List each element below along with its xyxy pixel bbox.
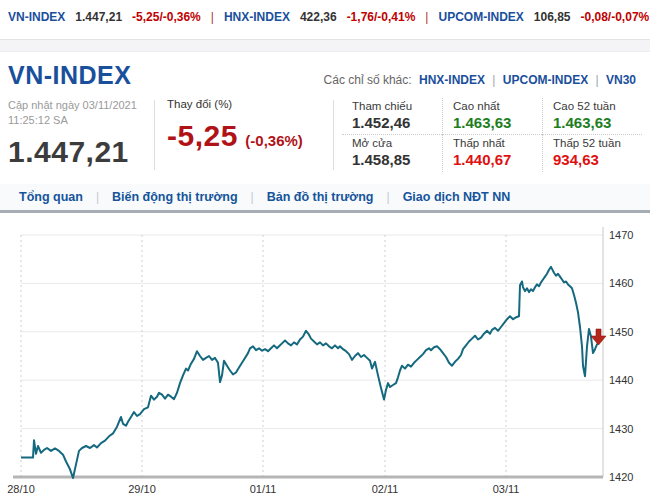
ticker-index-value: 422,36 bbox=[300, 10, 337, 24]
price-chart: 14201430144014501460147028/1029/1001/110… bbox=[0, 213, 650, 503]
stats-grid: Tham chiếu 1.452,46 Cao nhất 1.463,63 Ca… bbox=[342, 98, 642, 172]
ticker-separator: | bbox=[425, 10, 428, 24]
svg-text:29/10: 29/10 bbox=[128, 483, 156, 495]
link-upcom-index[interactable]: UPCOM-INDEX bbox=[503, 73, 588, 87]
vertical-divider bbox=[333, 100, 334, 170]
chart-area[interactable]: 14201430144014501460147028/1029/1001/110… bbox=[0, 213, 650, 503]
tab-foreign-trading[interactable]: Giao dịch NĐT NN bbox=[390, 190, 524, 204]
other-indices-label: Các chỉ số khác: bbox=[324, 73, 412, 87]
svg-text:01/11: 01/11 bbox=[250, 483, 277, 495]
tab-market-map[interactable]: Bản đồ thị trường bbox=[254, 190, 387, 204]
svg-text:1440: 1440 bbox=[609, 374, 633, 386]
ticker-index-name[interactable]: VN-INDEX bbox=[8, 10, 65, 24]
svg-text:1450: 1450 bbox=[609, 326, 633, 338]
updated-date: Cập nhật ngày 03/11/2021 bbox=[8, 98, 154, 113]
stat-52wk-high: Cao 52 tuần 1.463,63 bbox=[542, 98, 642, 135]
tab-bar: Tổng quan | Biến động thị trường | Bản đ… bbox=[0, 184, 650, 213]
svg-text:1430: 1430 bbox=[609, 423, 633, 435]
stat-52wk-low: Thấp 52 tuần 934,63 bbox=[542, 135, 642, 172]
change-label: Thay đổi (%) bbox=[167, 98, 333, 110]
other-indices-nav: Các chỉ số khác: HNX-INDEX | UPCOM-INDEX… bbox=[324, 73, 640, 90]
last-price-value: 1.447,21 bbox=[8, 135, 154, 169]
index-header: VN-INDEX Các chỉ số khác: HNX-INDEX | UP… bbox=[0, 52, 650, 94]
svg-text:28/10: 28/10 bbox=[7, 483, 35, 495]
ticker-index-change: -5,25/-0,36% bbox=[132, 10, 201, 24]
tab-market-movement[interactable]: Biến động thị trường bbox=[99, 190, 251, 204]
svg-text:1470: 1470 bbox=[609, 229, 633, 241]
pipe-separator: | bbox=[492, 73, 495, 87]
page-background-strip bbox=[0, 40, 650, 52]
stat-lowest: Thấp nhất 1.440,67 bbox=[442, 135, 542, 172]
index-summary: Cập nhật ngày 03/11/2021 11:25:12 SA 1.4… bbox=[0, 94, 650, 178]
updated-time: 11:25:12 SA bbox=[8, 113, 154, 128]
ticker-index-value: 106,85 bbox=[534, 10, 571, 24]
link-vn30[interactable]: VN30 bbox=[606, 73, 636, 87]
page-title: VN-INDEX bbox=[8, 61, 131, 90]
ticker-index-name[interactable]: HNX-INDEX bbox=[224, 10, 290, 24]
stat-highest: Cao nhất 1.463,63 bbox=[442, 98, 542, 135]
change-block: Thay đổi (%) -5,25 (-0,36%) bbox=[155, 98, 333, 172]
svg-text:1420: 1420 bbox=[609, 471, 633, 483]
stat-open: Mở cửa 1.458,85 bbox=[342, 135, 442, 172]
pipe-separator: | bbox=[596, 73, 599, 87]
ticker-index-value: 1.447,21 bbox=[75, 10, 122, 24]
change-percent: (-0,36%) bbox=[245, 132, 303, 149]
ticker-index-change: -0,08/-0,07% bbox=[581, 10, 650, 24]
tab-overview[interactable]: Tổng quan bbox=[6, 190, 96, 204]
svg-text:1460: 1460 bbox=[609, 277, 633, 289]
link-hnx-index[interactable]: HNX-INDEX bbox=[419, 73, 485, 87]
change-value: -5,25 bbox=[167, 119, 238, 152]
ticker-index-change: -1,76/-0,41% bbox=[347, 10, 416, 24]
svg-text:02/11: 02/11 bbox=[372, 483, 399, 495]
stat-reference: Tham chiếu 1.452,46 bbox=[342, 98, 442, 135]
ticker-index-name[interactable]: UPCOM-INDEX bbox=[438, 10, 523, 24]
last-price-block: Cập nhật ngày 03/11/2021 11:25:12 SA 1.4… bbox=[8, 98, 154, 172]
svg-text:03/11: 03/11 bbox=[493, 483, 520, 495]
index-ticker-bar: VN-INDEX1.447,21-5,25/-0,36%|HNX-INDEX42… bbox=[0, 0, 650, 40]
ticker-separator: | bbox=[211, 10, 214, 24]
